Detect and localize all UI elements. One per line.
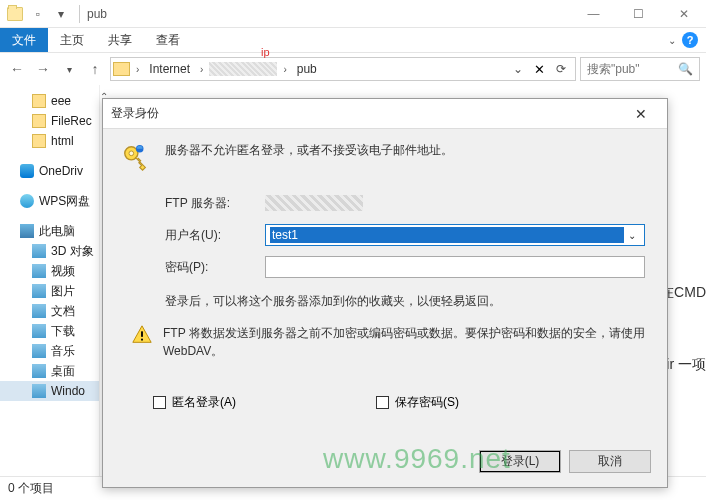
folder-app-icon [4,3,26,25]
username-input[interactable] [270,227,624,243]
back-button[interactable]: ← [6,58,28,80]
dialog-message: 服务器不允许匿名登录，或者不接受该电子邮件地址。 [165,141,453,159]
video-icon [32,264,46,278]
search-input[interactable]: 搜索"pub" 🔍 [580,57,700,81]
tab-view[interactable]: 查看 [144,28,192,52]
tab-share[interactable]: 共享 [96,28,144,52]
refresh-icon[interactable]: ⟳ [552,62,570,76]
maximize-button[interactable]: ☐ [616,0,661,27]
sidebar-item-eee[interactable]: eee [0,91,99,111]
breadcrumb-seg-internet[interactable]: Internet [145,62,194,76]
sidebar-item-windows[interactable]: Windo [0,381,99,401]
watermark-text: www.9969.net [323,443,511,475]
anon-login-checkbox[interactable]: 匿名登录(A) [153,394,236,411]
checkbox-icon [153,396,166,409]
sidebar: eee FileRec html OneDriv WPS网盘 此电脑 3D 对象… [0,85,100,476]
tab-home[interactable]: 主页 [48,28,96,52]
ribbon-collapse-icon[interactable]: ⌄ [668,35,676,46]
dialog-note: 登录后，可以将这个服务器添加到你的收藏夹，以便轻易返回。 [165,293,651,310]
dialog-close-button[interactable]: ✕ [623,103,659,125]
help-icon[interactable]: ? [682,32,698,48]
dialog-warning: FTP 将数据发送到服务器之前不加密或编码密码或数据。要保护密码和数据的安全，请… [163,324,651,360]
sidebar-item-documents[interactable]: 文档 [0,301,99,321]
save-password-checkbox[interactable]: 保存密码(S) [376,394,459,411]
window-title: pub [87,7,107,21]
sidebar-item-onedrive[interactable]: OneDriv [0,161,99,181]
breadcrumb-chevron-icon[interactable]: › [281,64,288,75]
warning-icon [131,324,153,360]
breadcrumb-chevron-icon[interactable]: › [134,64,141,75]
ribbon-tabs: 文件 主页 共享 查看 ⌄ ? [0,28,706,53]
desktop-icon [32,364,46,378]
3d-icon [32,244,46,258]
sidebar-item-wps[interactable]: WPS网盘 [0,191,99,211]
svg-rect-4 [141,339,143,341]
ip-annotation: ip [261,46,270,58]
up-button[interactable]: ↑ [84,58,106,80]
music-icon [32,344,46,358]
username-label: 用户名(U): [165,227,265,244]
sidebar-item-3d[interactable]: 3D 对象 [0,241,99,261]
breadcrumb-seg-pub[interactable]: pub [293,62,321,76]
sidebar-item-desktop[interactable]: 桌面 [0,361,99,381]
password-input[interactable] [265,256,645,278]
nav-row: ← → ▾ ↑ ip › Internet › › pub ⌄ ✕ ⟳ 搜索"p… [0,53,706,85]
close-tab-icon[interactable]: ✕ [530,62,549,77]
status-text: 0 个项目 [8,480,54,497]
folder-icon [32,134,46,148]
folder-icon [32,94,46,108]
username-combobox[interactable]: ⌄ [265,224,645,246]
sidebar-item-pictures[interactable]: 图片 [0,281,99,301]
checkbox-icon [376,396,389,409]
qat-placeholder-icon[interactable]: ▫ [27,3,49,25]
downloads-icon [32,324,46,338]
sidebar-item-filerec[interactable]: FileRec [0,111,99,131]
documents-icon [32,304,46,318]
pictures-icon [32,284,46,298]
wps-icon [20,194,34,208]
svg-point-1 [129,151,134,156]
address-bar[interactable]: ip › Internet › › pub ⌄ ✕ ⟳ [110,57,576,81]
password-label: 密码(P): [165,259,265,276]
sidebar-item-html[interactable]: html [0,131,99,151]
breadcrumb-chevron-icon[interactable]: › [198,64,205,75]
drive-icon [32,384,46,398]
key-icon [119,141,153,173]
search-icon[interactable]: 🔍 [678,62,693,76]
history-dropdown-icon[interactable]: ▾ [58,58,80,80]
pc-icon [20,224,34,238]
close-button[interactable]: ✕ [661,0,706,27]
folder-icon [32,114,46,128]
sidebar-item-videos[interactable]: 视频 [0,261,99,281]
breadcrumb-seg-redacted[interactable] [209,62,277,76]
sidebar-item-music[interactable]: 音乐 [0,341,99,361]
svg-rect-3 [141,331,143,337]
address-folder-icon [113,62,130,76]
window-titlebar: ▫ ▾ pub — ☐ ✕ [0,0,706,28]
tab-file[interactable]: 文件 [0,28,48,52]
sidebar-item-thispc[interactable]: 此电脑 [0,221,99,241]
sidebar-item-downloads[interactable]: 下载 [0,321,99,341]
qat-dropdown-icon[interactable]: ▾ [50,3,72,25]
ftp-server-label: FTP 服务器: [165,195,265,212]
onedrive-icon [20,164,34,178]
minimize-button[interactable]: — [571,0,616,27]
address-dropdown-icon[interactable]: ⌄ [509,62,527,76]
cancel-button[interactable]: 取消 [569,450,651,473]
chevron-down-icon[interactable]: ⌄ [624,230,640,241]
search-placeholder: 搜索"pub" [587,61,640,78]
dialog-title: 登录身份 [111,105,159,122]
ftp-server-value-redacted [265,195,363,211]
login-dialog: 登录身份 ✕ 服务器不允许匿名登录，或者不接受该电子邮件地址。 FTP 服务器:… [102,98,668,488]
forward-button[interactable]: → [32,58,54,80]
